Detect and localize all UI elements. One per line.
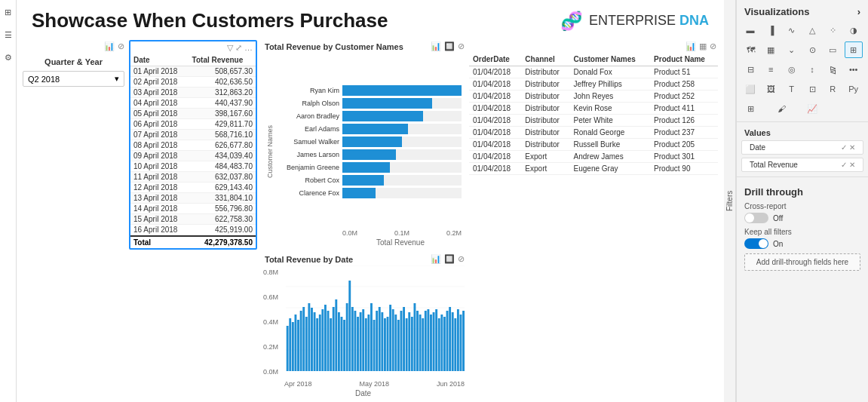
svg-rect-69 bbox=[457, 309, 459, 371]
grid-row: 01/04/2018DistributorJohn ReyesProduct 2… bbox=[469, 91, 718, 103]
viz-table-icon[interactable]: ⊞ bbox=[845, 41, 863, 58]
viz-card-icon[interactable]: ▭ bbox=[824, 41, 842, 58]
y-0.4: 0.4M bbox=[263, 318, 284, 326]
sidebar-icon-grid[interactable]: ⊞ bbox=[2, 6, 14, 18]
viz-button-icon[interactable]: ⊡ bbox=[803, 81, 821, 97]
viz-py-icon[interactable]: Py bbox=[845, 81, 863, 97]
sidebar-icon-gear[interactable]: ⚙ bbox=[2, 51, 14, 63]
bar-row: Robert Cox bbox=[275, 175, 462, 186]
viz-pie-icon[interactable]: ◑ bbox=[845, 22, 863, 38]
bar-label: Robert Cox bbox=[275, 176, 339, 184]
keep-filters-toggle-row: On bbox=[744, 238, 860, 249]
viz-analytics-icon[interactable]: 📈 bbox=[803, 100, 821, 117]
table-row: 16 April 2018425,919.00 bbox=[130, 225, 256, 235]
viz-donut-icon[interactable]: ◎ bbox=[783, 61, 801, 78]
grid-scroll[interactable]: OrderDateChannelCustomer NamesProduct Na… bbox=[469, 53, 718, 175]
viz-header: Visualizations › bbox=[737, 0, 868, 20]
bar-chart-ylabel: Customer Names bbox=[265, 56, 275, 247]
grid-panel: 📊 ▦ ⊘ OrderDateChannelCustomer NamesProd… bbox=[469, 40, 718, 250]
field-revenue-actions: ✓ ✕ bbox=[841, 161, 855, 169]
viz-format-icon[interactable]: 🖌 bbox=[772, 100, 790, 117]
bar-chart-container: Customer Names Ryan Kim Ralph Olson Aaro… bbox=[262, 53, 465, 250]
viz-chevron[interactable]: › bbox=[857, 6, 860, 17]
bar-chart-xlabel: Total Revenue bbox=[275, 237, 462, 247]
grid-row: 01/04/2018DistributorKevin RoseProduct 4… bbox=[469, 103, 718, 115]
enterprise-logo: 🧬 ENTERPRISE DNA bbox=[560, 11, 709, 32]
filter-remove-icon[interactable]: ⊘ bbox=[118, 41, 124, 51]
table-scroll[interactable]: Date Total Revenue 01 April 2018508,657.… bbox=[130, 54, 256, 235]
viz-scatter-icon[interactable]: ⁘ bbox=[824, 22, 842, 38]
bar-chart-small-icon: 📊 bbox=[104, 41, 115, 51]
viz-slicer-icon[interactable]: ≡ bbox=[762, 61, 780, 78]
time-remove-icon[interactable]: ⊘ bbox=[458, 254, 465, 264]
grid-remove-icon[interactable]: ⊘ bbox=[710, 41, 716, 51]
sidebar-icon-menu[interactable]: ☰ bbox=[2, 29, 14, 41]
viz-treemap-icon[interactable]: ▦ bbox=[762, 41, 780, 58]
filter-icon[interactable]: ▽ bbox=[227, 43, 233, 53]
filters-label[interactable]: Filters bbox=[724, 0, 736, 402]
viz-gauge-icon[interactable]: ⊙ bbox=[803, 41, 821, 58]
time-chart-toolbar: 📊 🔲 ⊘ bbox=[431, 253, 465, 265]
svg-rect-64 bbox=[443, 317, 446, 371]
x-label-2: 0.2M bbox=[446, 229, 462, 237]
viz-r-icon[interactable]: R bbox=[824, 81, 842, 97]
viz-column-icon[interactable]: ▐ bbox=[762, 22, 780, 38]
viz-matrix-icon[interactable]: ⊟ bbox=[741, 61, 759, 78]
viz-image-icon[interactable]: 🖼 bbox=[762, 81, 780, 97]
table-row: 10 April 2018484,483.70 bbox=[130, 161, 256, 172]
svg-rect-47 bbox=[397, 320, 400, 371]
time-icon1: 📊 bbox=[431, 254, 441, 264]
viz-line-icon[interactable]: ∿ bbox=[783, 22, 801, 38]
svg-rect-32 bbox=[357, 317, 359, 371]
viz-more2-icon[interactable]: ••• bbox=[845, 61, 863, 78]
field-date-check[interactable]: ✓ bbox=[841, 143, 847, 152]
bar-label: Samuel Walker bbox=[275, 138, 339, 146]
x-may: May 2018 bbox=[359, 380, 389, 388]
col-date: Date bbox=[130, 54, 189, 66]
viz-waterfall-icon[interactable]: ↕ bbox=[803, 61, 821, 78]
field-date-x[interactable]: ✕ bbox=[849, 143, 855, 152]
svg-rect-35 bbox=[365, 318, 367, 371]
keep-filters-subsection: Keep all filters On bbox=[744, 228, 860, 249]
field-revenue-x[interactable]: ✕ bbox=[849, 161, 855, 169]
keep-filters-toggle[interactable] bbox=[744, 238, 768, 249]
bar-remove-icon[interactable]: ⊘ bbox=[458, 41, 465, 51]
svg-rect-55 bbox=[419, 315, 422, 371]
viz-combo-icon[interactable]: ⧎ bbox=[824, 61, 842, 78]
viz-area-icon[interactable]: △ bbox=[803, 22, 821, 38]
svg-rect-63 bbox=[440, 315, 443, 371]
svg-rect-61 bbox=[435, 309, 437, 371]
grid-icon1: 📊 bbox=[686, 41, 696, 51]
bottom-row: Total Revenue by Date 📊 🔲 ⊘ 0.8M 0.6M 0.… bbox=[17, 253, 724, 402]
quarter-select[interactable]: Q2 2018 ▾ bbox=[23, 71, 124, 87]
expand-icon[interactable]: ⤢ bbox=[235, 43, 242, 53]
bar-label: Ryan Kim bbox=[275, 87, 339, 94]
svg-rect-68 bbox=[454, 318, 456, 371]
dna-icon: 🧬 bbox=[560, 11, 583, 32]
bar-chart-panel: Total Revenue by Customer Names 📊 🔲 ⊘ Cu… bbox=[262, 40, 465, 250]
field-revenue-check[interactable]: ✓ bbox=[841, 161, 847, 169]
viz-funnel-icon[interactable]: ⌄ bbox=[783, 41, 801, 58]
bar-track bbox=[342, 111, 462, 121]
svg-rect-28 bbox=[346, 303, 348, 371]
bar-fill bbox=[342, 85, 462, 96]
viz-fields-icon[interactable]: ⊞ bbox=[741, 100, 759, 117]
time-chart-xlabel: Date bbox=[262, 388, 465, 399]
table-row: 11 April 2018632,037.80 bbox=[130, 172, 256, 183]
drill-add-button[interactable]: Add drill-through fields here bbox=[744, 253, 860, 271]
viz-stacked-bar-icon[interactable]: ▬ bbox=[741, 22, 759, 38]
grid-toolbar: 📊 ▦ ⊘ bbox=[469, 40, 718, 53]
viz-text-icon[interactable]: T bbox=[783, 81, 801, 97]
more-icon[interactable]: … bbox=[244, 43, 253, 53]
viz-shape-icon[interactable]: ⬜ bbox=[741, 81, 759, 97]
cross-report-toggle[interactable] bbox=[744, 213, 768, 223]
grid-table: OrderDateChannelCustomer NamesProduct Na… bbox=[469, 53, 718, 175]
table-row: 12 April 2018629,143.40 bbox=[130, 183, 256, 193]
y-0.8: 0.8M bbox=[263, 269, 284, 276]
viz-icons-row1: ▬ ▐ ∿ △ ⁘ ◑ bbox=[737, 20, 868, 40]
keep-filters-state: On bbox=[773, 240, 783, 248]
bar-track bbox=[342, 149, 462, 160]
bar-label: Clarence Fox bbox=[275, 189, 339, 197]
viz-map-icon[interactable]: 🗺 bbox=[741, 41, 759, 58]
x-label-0: 0.0M bbox=[342, 229, 357, 237]
